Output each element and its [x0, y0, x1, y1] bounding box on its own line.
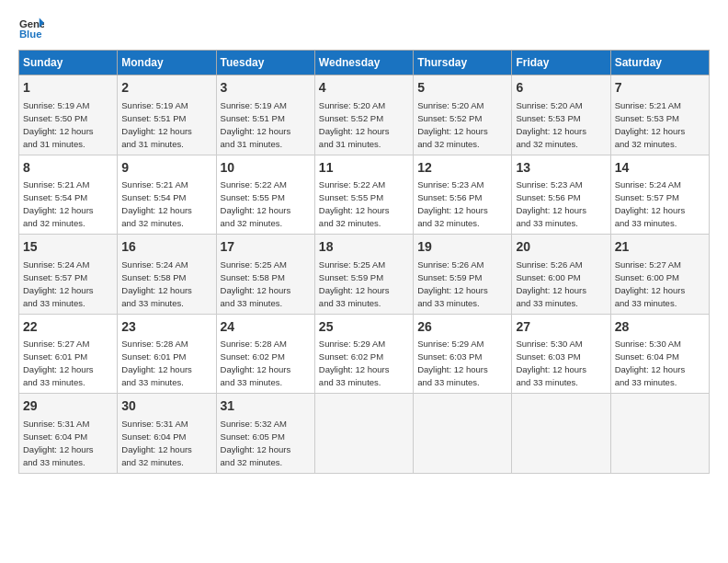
calendar-cell: [610, 394, 709, 474]
svg-text:Blue: Blue: [19, 29, 42, 40]
calendar-cell: 9Sunrise: 5:21 AM Sunset: 5:54 PM Daylig…: [118, 155, 216, 235]
dow-header-friday: Friday: [512, 51, 610, 75]
calendar-cell: 31Sunrise: 5:32 AM Sunset: 6:05 PM Dayli…: [216, 394, 314, 474]
day-info: Sunrise: 5:20 AM Sunset: 5:52 PM Dayligh…: [319, 100, 390, 149]
day-info: Sunrise: 5:20 AM Sunset: 5:52 PM Dayligh…: [417, 100, 488, 149]
day-info: Sunrise: 5:31 AM Sunset: 6:04 PM Dayligh…: [23, 419, 94, 467]
calendar-cell: 29Sunrise: 5:31 AM Sunset: 6:04 PM Dayli…: [19, 394, 118, 474]
day-header-row: SundayMondayTuesdayWednesdayThursdayFrid…: [19, 51, 710, 75]
day-info: Sunrise: 5:21 AM Sunset: 5:53 PM Dayligh…: [615, 100, 686, 149]
day-info: Sunrise: 5:19 AM Sunset: 5:51 PM Dayligh…: [121, 100, 192, 149]
day-number: 14: [615, 159, 705, 178]
calendar-cell: 17Sunrise: 5:25 AM Sunset: 5:58 PM Dayli…: [216, 235, 314, 315]
day-number: 27: [516, 318, 606, 337]
day-number: 25: [319, 318, 409, 337]
day-number: 17: [221, 238, 311, 257]
day-info: Sunrise: 5:29 AM Sunset: 6:02 PM Dayligh…: [319, 339, 390, 387]
day-info: Sunrise: 5:27 AM Sunset: 6:01 PM Dayligh…: [23, 339, 94, 387]
day-info: Sunrise: 5:22 AM Sunset: 5:55 PM Dayligh…: [221, 179, 291, 228]
day-number: 23: [121, 318, 211, 337]
day-info: Sunrise: 5:24 AM Sunset: 5:58 PM Dayligh…: [121, 259, 192, 308]
calendar-cell: 4Sunrise: 5:20 AM Sunset: 5:52 PM Daylig…: [314, 75, 413, 155]
day-info: Sunrise: 5:27 AM Sunset: 6:00 PM Dayligh…: [615, 259, 686, 308]
calendar-body: 1Sunrise: 5:19 AM Sunset: 5:50 PM Daylig…: [19, 75, 710, 474]
day-number: 29: [23, 397, 113, 416]
calendar-cell: 8Sunrise: 5:21 AM Sunset: 5:54 PM Daylig…: [19, 155, 118, 235]
calendar-cell: 20Sunrise: 5:26 AM Sunset: 6:00 PM Dayli…: [512, 235, 610, 315]
calendar-cell: 15Sunrise: 5:24 AM Sunset: 5:57 PM Dayli…: [19, 235, 118, 315]
day-info: Sunrise: 5:28 AM Sunset: 6:01 PM Dayligh…: [121, 339, 192, 387]
calendar-cell: 13Sunrise: 5:23 AM Sunset: 5:56 PM Dayli…: [512, 155, 610, 235]
day-info: Sunrise: 5:24 AM Sunset: 5:57 PM Dayligh…: [23, 259, 94, 308]
day-number: 5: [417, 79, 507, 98]
calendar-cell: 24Sunrise: 5:28 AM Sunset: 6:02 PM Dayli…: [216, 314, 314, 394]
dow-header-tuesday: Tuesday: [216, 51, 314, 75]
day-info: Sunrise: 5:32 AM Sunset: 6:05 PM Dayligh…: [221, 419, 291, 467]
calendar-cell: 7Sunrise: 5:21 AM Sunset: 5:53 PM Daylig…: [610, 75, 709, 155]
day-number: 21: [615, 238, 705, 257]
day-number: 6: [516, 79, 606, 98]
calendar-cell: 5Sunrise: 5:20 AM Sunset: 5:52 PM Daylig…: [414, 75, 512, 155]
day-number: 8: [23, 159, 113, 178]
day-info: Sunrise: 5:21 AM Sunset: 5:54 PM Dayligh…: [121, 179, 192, 228]
day-number: 18: [319, 238, 409, 257]
calendar-cell: 23Sunrise: 5:28 AM Sunset: 6:01 PM Dayli…: [118, 314, 216, 394]
day-number: 26: [417, 318, 507, 337]
day-number: 24: [221, 318, 311, 337]
day-info: Sunrise: 5:20 AM Sunset: 5:53 PM Dayligh…: [516, 100, 586, 149]
calendar-cell: 14Sunrise: 5:24 AM Sunset: 5:57 PM Dayli…: [610, 155, 709, 235]
day-number: 22: [23, 318, 113, 337]
calendar-cell: 16Sunrise: 5:24 AM Sunset: 5:58 PM Dayli…: [118, 235, 216, 315]
day-number: 2: [121, 79, 211, 98]
dow-header-saturday: Saturday: [610, 51, 709, 75]
day-info: Sunrise: 5:21 AM Sunset: 5:54 PM Dayligh…: [23, 179, 94, 228]
calendar-cell: 11Sunrise: 5:22 AM Sunset: 5:55 PM Dayli…: [314, 155, 413, 235]
day-info: Sunrise: 5:22 AM Sunset: 5:55 PM Dayligh…: [319, 179, 390, 228]
day-info: Sunrise: 5:23 AM Sunset: 5:56 PM Dayligh…: [417, 179, 488, 228]
calendar-cell: 26Sunrise: 5:29 AM Sunset: 6:03 PM Dayli…: [414, 314, 512, 394]
calendar-cell: 10Sunrise: 5:22 AM Sunset: 5:55 PM Dayli…: [216, 155, 314, 235]
logo: General Blue: [18, 15, 48, 40]
calendar-cell: [314, 394, 413, 474]
calendar-week-1: 1Sunrise: 5:19 AM Sunset: 5:50 PM Daylig…: [19, 75, 710, 155]
day-info: Sunrise: 5:25 AM Sunset: 5:59 PM Dayligh…: [319, 259, 390, 308]
calendar-cell: 28Sunrise: 5:30 AM Sunset: 6:04 PM Dayli…: [610, 314, 709, 394]
calendar-cell: [414, 394, 512, 474]
day-number: 10: [221, 159, 311, 178]
calendar-cell: 27Sunrise: 5:30 AM Sunset: 6:03 PM Dayli…: [512, 314, 610, 394]
calendar-week-2: 8Sunrise: 5:21 AM Sunset: 5:54 PM Daylig…: [19, 155, 710, 235]
day-info: Sunrise: 5:26 AM Sunset: 5:59 PM Dayligh…: [417, 259, 488, 308]
calendar-cell: 3Sunrise: 5:19 AM Sunset: 5:51 PM Daylig…: [216, 75, 314, 155]
dow-header-sunday: Sunday: [19, 51, 118, 75]
calendar-table: SundayMondayTuesdayWednesdayThursdayFrid…: [18, 50, 710, 474]
dow-header-wednesday: Wednesday: [314, 51, 413, 75]
day-number: 9: [121, 159, 211, 178]
calendar-week-4: 22Sunrise: 5:27 AM Sunset: 6:01 PM Dayli…: [19, 314, 710, 394]
day-number: 20: [516, 238, 606, 257]
calendar-cell: 21Sunrise: 5:27 AM Sunset: 6:00 PM Dayli…: [610, 235, 709, 315]
calendar-cell: 19Sunrise: 5:26 AM Sunset: 5:59 PM Dayli…: [414, 235, 512, 315]
main-container: General Blue SundayMondayTuesdayWednesda…: [0, 0, 728, 483]
day-number: 13: [516, 159, 606, 178]
day-number: 3: [221, 79, 311, 98]
calendar-cell: 18Sunrise: 5:25 AM Sunset: 5:59 PM Dayli…: [314, 235, 413, 315]
day-info: Sunrise: 5:29 AM Sunset: 6:03 PM Dayligh…: [417, 339, 488, 387]
day-info: Sunrise: 5:26 AM Sunset: 6:00 PM Dayligh…: [516, 259, 586, 308]
day-number: 19: [417, 238, 507, 257]
calendar-cell: 12Sunrise: 5:23 AM Sunset: 5:56 PM Dayli…: [414, 155, 512, 235]
calendar-cell: 6Sunrise: 5:20 AM Sunset: 5:53 PM Daylig…: [512, 75, 610, 155]
calendar-cell: 22Sunrise: 5:27 AM Sunset: 6:01 PM Dayli…: [19, 314, 118, 394]
calendar-week-5: 29Sunrise: 5:31 AM Sunset: 6:04 PM Dayli…: [19, 394, 710, 474]
day-number: 30: [121, 397, 211, 416]
day-number: 15: [23, 238, 113, 257]
day-info: Sunrise: 5:24 AM Sunset: 5:57 PM Dayligh…: [615, 179, 686, 228]
day-number: 31: [221, 397, 311, 416]
day-info: Sunrise: 5:19 AM Sunset: 5:50 PM Dayligh…: [23, 100, 94, 149]
day-info: Sunrise: 5:23 AM Sunset: 5:56 PM Dayligh…: [516, 179, 586, 228]
dow-header-thursday: Thursday: [414, 51, 512, 75]
day-info: Sunrise: 5:28 AM Sunset: 6:02 PM Dayligh…: [221, 339, 291, 387]
logo-icon: General Blue: [18, 15, 44, 40]
day-number: 1: [23, 79, 113, 98]
header-row: General Blue: [18, 15, 710, 40]
day-info: Sunrise: 5:30 AM Sunset: 6:03 PM Dayligh…: [516, 339, 586, 387]
